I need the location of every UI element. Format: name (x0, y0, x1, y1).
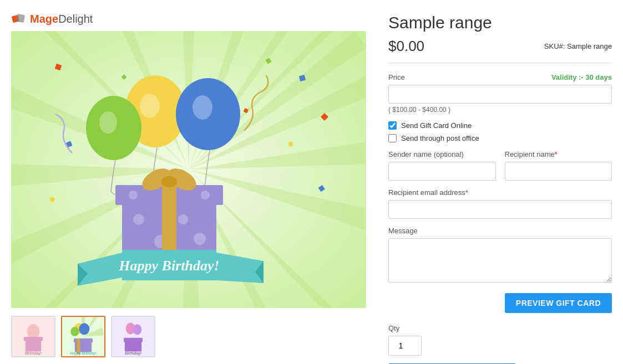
product-image-section: MageDelight (11, 11, 366, 364)
svg-point-35 (99, 111, 117, 134)
svg-point-37 (193, 95, 212, 120)
logo-icon (11, 11, 27, 27)
send-post-row: Send through post office (388, 134, 612, 142)
sender-name-label: Sender name (optional) (388, 150, 496, 158)
svg-point-52 (161, 176, 177, 187)
svg-point-67 (70, 327, 79, 336)
email-field-row: Recipient email address* (388, 188, 612, 219)
preview-btn-row: PREVIEW GIFT CARD (388, 293, 612, 313)
recipient-name-field: Recipient name* (505, 150, 612, 181)
svg-point-47 (129, 191, 138, 199)
sender-name-field: Sender name (optional) (388, 150, 496, 181)
svg-point-33 (140, 94, 160, 118)
product-price: $0.00 (388, 38, 424, 55)
product-info-section: Sample range $0.00 SKU#: Sample range Pr… (388, 11, 612, 364)
price-range: ( $100.00 - $400.00 ) (388, 106, 612, 114)
send-online-row: Send Gift Card Online (388, 121, 612, 130)
svg-rect-77 (124, 338, 143, 342)
send-post-checkbox[interactable] (388, 134, 397, 142)
page-wrapper: MageDelight (0, 0, 623, 364)
recipient-email-input[interactable] (388, 200, 612, 219)
validity-badge: Validity :- 30 days (551, 73, 612, 81)
qty-row: Qty (388, 324, 612, 356)
svg-point-41 (178, 214, 188, 224)
svg-rect-60 (24, 337, 43, 341)
recipient-name-input[interactable] (505, 162, 612, 181)
svg-point-75 (133, 324, 141, 335)
price-field-row: Price Validity :- 30 days ( $100.00 - $4… (388, 73, 612, 114)
svg-point-48 (201, 191, 210, 199)
message-label: Message (388, 227, 612, 235)
svg-point-42 (194, 233, 206, 245)
send-online-label[interactable]: Send Gift Card Online (401, 121, 472, 130)
price-row: $0.00 SKU#: Sample range (388, 38, 612, 63)
price-label: Price (388, 73, 405, 81)
price-input[interactable] (388, 85, 612, 104)
svg-point-58 (27, 324, 40, 339)
qty-input[interactable] (388, 336, 422, 356)
svg-text:Happy Birthday!: Happy Birthday! (70, 351, 96, 356)
thumbnail-3[interactable]: Birthday! (111, 316, 155, 357)
send-online-checkbox[interactable] (388, 121, 397, 130)
sku-info: SKU#: Sample range (544, 42, 612, 50)
logo-text: MageDelight (30, 13, 93, 25)
thumbnail-1[interactable]: Birthday! (11, 316, 55, 357)
svg-point-39 (133, 214, 144, 225)
gift-card-illustration: Happy Birthday! (11, 31, 366, 308)
svg-text:Happy Birthday!: Happy Birthday! (118, 258, 219, 274)
product-title: Sample range (388, 13, 612, 32)
send-post-label[interactable]: Send through post office (401, 134, 479, 142)
email-label: Recipient email address* (388, 188, 612, 197)
thumbnail-list: Birthday! (11, 316, 366, 357)
preview-gift-card-button[interactable]: PREVIEW GIFT CARD (505, 293, 612, 313)
message-textarea[interactable] (388, 238, 612, 283)
qty-label: Qty (388, 324, 612, 332)
recipient-name-label: Recipient name* (505, 150, 612, 158)
svg-rect-1 (16, 14, 25, 23)
svg-text:Birthday!: Birthday! (25, 351, 42, 356)
logo-bar: MageDelight (11, 11, 366, 27)
thumbnail-2[interactable]: Happy Birthday! (61, 316, 105, 357)
svg-rect-70 (74, 339, 93, 343)
message-field-row: Message (388, 227, 612, 284)
svg-point-68 (79, 323, 89, 335)
svg-rect-49 (162, 185, 176, 205)
sender-name-input[interactable] (388, 162, 496, 181)
name-fields-row: Sender name (optional) Recipient name* (388, 150, 612, 181)
svg-rect-27 (288, 141, 293, 146)
main-product-image: Happy Birthday! (11, 31, 366, 308)
svg-text:Birthday!: Birthday! (125, 351, 142, 356)
